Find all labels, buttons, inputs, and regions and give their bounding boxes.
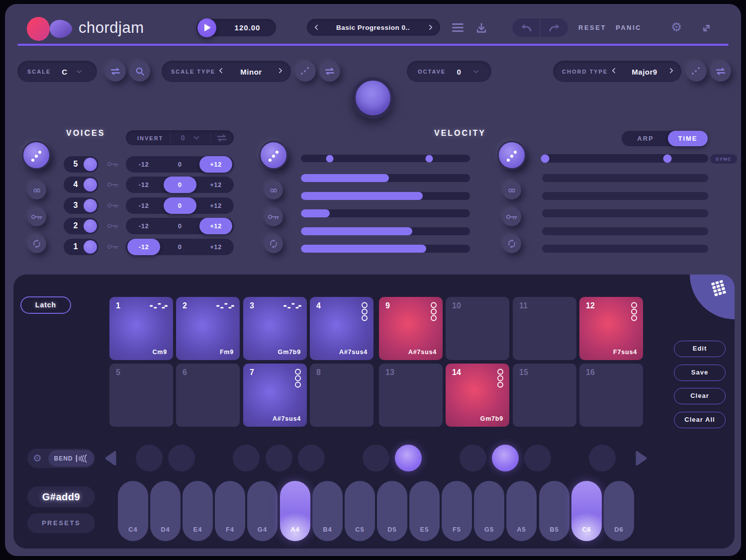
invert-dropdown-icon[interactable] bbox=[193, 134, 199, 139]
piano-key[interactable]: G5 bbox=[474, 481, 504, 541]
voice-toggle-knob[interactable] bbox=[84, 158, 97, 171]
voice-enable-pill[interactable]: 3 bbox=[64, 197, 98, 214]
voice-octave-segment[interactable]: -12 0 +12 bbox=[126, 156, 234, 173]
play-button[interactable] bbox=[197, 18, 216, 37]
octave-option[interactable]: 0 bbox=[164, 156, 196, 173]
octave-option[interactable]: 0 bbox=[164, 197, 196, 214]
pad[interactable]: 6 bbox=[176, 364, 240, 427]
velocity-range-slider[interactable] bbox=[301, 155, 470, 162]
octave-option[interactable]: +12 bbox=[199, 239, 232, 255]
velocity-bar[interactable] bbox=[301, 245, 470, 253]
piano-key[interactable]: C5 bbox=[345, 481, 375, 541]
voice-enable-pill[interactable]: 4 bbox=[64, 177, 98, 193]
scale-randomize-button[interactable] bbox=[295, 61, 316, 82]
chord-randomize-button[interactable] bbox=[686, 61, 707, 82]
pad[interactable]: 11 bbox=[513, 297, 576, 360]
pad[interactable]: 1 Cm9 bbox=[109, 297, 173, 360]
piano-key[interactable]: D4 bbox=[150, 481, 181, 541]
time-bar[interactable] bbox=[542, 227, 708, 235]
bend-toggle[interactable]: BEND bbox=[48, 450, 94, 467]
black-key-pad[interactable] bbox=[266, 445, 292, 471]
panic-button[interactable]: PANIC bbox=[616, 24, 642, 31]
black-key-pad[interactable] bbox=[136, 445, 163, 471]
time-bar[interactable] bbox=[542, 209, 708, 217]
piano-key[interactable]: D6 bbox=[604, 481, 634, 541]
reset-button[interactable]: RESET bbox=[578, 24, 606, 31]
bpm-value[interactable]: 120.00 bbox=[221, 23, 274, 32]
voice-toggle-knob[interactable] bbox=[84, 178, 97, 191]
chord-type-value[interactable]: Major9 bbox=[622, 68, 667, 76]
pad[interactable]: 5 bbox=[109, 364, 173, 427]
voice-enable-pill[interactable]: 1 bbox=[64, 239, 98, 255]
pad[interactable]: 4 A#7sus4 bbox=[310, 297, 373, 360]
scale-value[interactable]: C bbox=[59, 68, 71, 76]
time-bar[interactable] bbox=[542, 245, 708, 253]
range-handle-low[interactable] bbox=[541, 154, 550, 163]
piano-key[interactable]: B5 bbox=[539, 481, 569, 541]
velocity-refresh-button[interactable] bbox=[264, 234, 283, 253]
pad[interactable]: 9 A#7sus4 bbox=[379, 297, 443, 360]
voice-enable-pill[interactable]: 5 bbox=[64, 156, 98, 173]
voice-octave-segment[interactable]: -12 0 +12 bbox=[126, 177, 234, 193]
pad[interactable]: 15 bbox=[513, 364, 576, 427]
edit-button[interactable]: Edit bbox=[674, 341, 726, 357]
piano-key[interactable]: E4 bbox=[183, 481, 213, 541]
octave-right-arrow[interactable] bbox=[635, 451, 648, 466]
keyboard-settings-gear-icon[interactable]: ⚙ bbox=[33, 453, 42, 463]
piano-key[interactable]: B4 bbox=[312, 481, 343, 541]
piano-key[interactable]: C6 bbox=[571, 481, 602, 541]
invert-value[interactable]: 0 bbox=[176, 134, 190, 142]
black-key-pad[interactable] bbox=[298, 445, 325, 471]
octave-option[interactable]: -12 bbox=[127, 156, 160, 173]
pad[interactable]: 10 bbox=[446, 297, 509, 360]
octave-option[interactable]: +12 bbox=[199, 197, 232, 214]
octave-option[interactable]: -12 bbox=[127, 197, 160, 214]
piano-key[interactable]: A5 bbox=[506, 481, 537, 541]
preset-name[interactable]: Basic Progression 0.. bbox=[323, 24, 423, 31]
piano-key[interactable]: E5 bbox=[409, 481, 440, 541]
chord-alternate-button[interactable] bbox=[710, 61, 731, 82]
clear-button[interactable]: Clear bbox=[674, 388, 726, 404]
velocity-bar[interactable] bbox=[301, 174, 470, 182]
octave-left-arrow[interactable] bbox=[104, 451, 117, 466]
pad[interactable]: 16 bbox=[579, 364, 643, 427]
voice-octave-segment[interactable]: -12 0 +12 bbox=[126, 218, 234, 234]
range-handle-high[interactable] bbox=[663, 154, 671, 163]
black-key-pad[interactable] bbox=[168, 445, 195, 471]
voice-toggle-knob[interactable] bbox=[84, 240, 97, 254]
master-knob[interactable] bbox=[352, 77, 394, 119]
octave-option[interactable]: +12 bbox=[199, 177, 232, 193]
octave-option[interactable]: 0 bbox=[164, 218, 196, 234]
settings-gear-icon[interactable]: ⚙ bbox=[671, 21, 682, 33]
tab-time[interactable]: TIME bbox=[668, 131, 708, 146]
pad[interactable]: 14 Gm7b9 bbox=[446, 364, 509, 427]
key-lock-icon[interactable] bbox=[107, 202, 119, 208]
octave-option[interactable]: 0 bbox=[164, 177, 196, 193]
invert-swap-icon[interactable] bbox=[216, 134, 227, 142]
pad[interactable]: 8 bbox=[310, 364, 373, 427]
undo-button[interactable] bbox=[512, 18, 540, 37]
black-key-pad[interactable] bbox=[524, 445, 551, 471]
velocity-bar[interactable] bbox=[301, 227, 470, 235]
scale-detect-button[interactable] bbox=[129, 61, 150, 82]
pad[interactable]: 13 bbox=[379, 364, 443, 427]
download-icon[interactable] bbox=[475, 22, 487, 34]
range-handle-high[interactable] bbox=[426, 155, 433, 162]
octave-option[interactable]: +12 bbox=[199, 156, 232, 173]
key-lock-icon[interactable] bbox=[107, 223, 119, 229]
key-lock-icon[interactable] bbox=[107, 244, 119, 250]
time-bar[interactable] bbox=[542, 174, 708, 182]
time-refresh-button[interactable] bbox=[502, 234, 521, 253]
piano-key[interactable]: F4 bbox=[215, 481, 245, 541]
velocity-lock-button[interactable] bbox=[264, 207, 283, 226]
velocity-bar[interactable] bbox=[301, 192, 470, 200]
piano-key[interactable]: F5 bbox=[442, 481, 472, 541]
scale-alternate-button[interactable] bbox=[319, 61, 340, 82]
scale-swap-button[interactable] bbox=[105, 61, 126, 82]
resize-icon[interactable] bbox=[701, 23, 712, 33]
pad[interactable]: 2 Fm9 bbox=[176, 297, 240, 360]
velocity-randomize-knob[interactable] bbox=[259, 141, 288, 170]
voice-octave-segment[interactable]: -12 0 +12 bbox=[126, 197, 234, 214]
time-lock-button[interactable] bbox=[502, 207, 521, 226]
voice-octave-segment[interactable]: -12 0 +12 bbox=[126, 239, 234, 255]
